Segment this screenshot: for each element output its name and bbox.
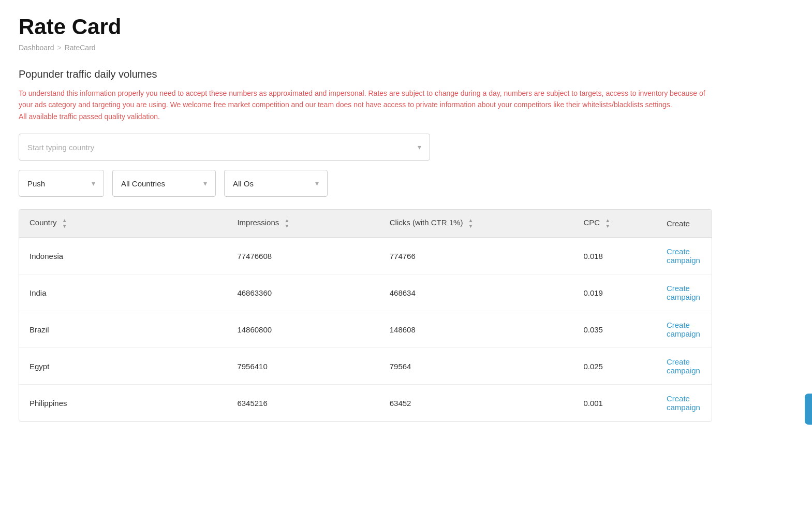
cell-clicks: 468634: [379, 274, 573, 311]
rate-card-table-wrapper: Country ▲▼ Impressions ▲▼ Clicks (with C…: [19, 209, 712, 422]
create-campaign-link[interactable]: Create campaign: [667, 247, 700, 265]
filter-countries-label: All Countries: [121, 179, 165, 188]
breadcrumb-home[interactable]: Dashboard: [19, 43, 54, 52]
table-row: Brazil 14860800 148608 0.035 Create camp…: [19, 311, 712, 348]
create-campaign-link[interactable]: Create campaign: [667, 321, 700, 338]
cell-impressions: 46863360: [227, 274, 379, 311]
cell-cpc: 0.001: [573, 385, 656, 422]
col-header-create: Create: [656, 210, 712, 238]
cell-cpc: 0.035: [573, 311, 656, 348]
col-header-impressions[interactable]: Impressions ▲▼: [227, 210, 379, 238]
create-campaign-link[interactable]: Create campaign: [667, 394, 700, 412]
cell-cpc: 0.025: [573, 348, 656, 385]
country-search-wrapper: Start typing country ▾: [19, 134, 430, 161]
country-search-dropdown[interactable]: Start typing country ▾: [19, 134, 430, 161]
cell-create: Create campaign: [656, 348, 712, 385]
section-title: Popunder traffic daily volumes: [19, 68, 793, 80]
disclaimer-text: To understand this information properly …: [19, 88, 712, 122]
col-header-clicks[interactable]: Clicks (with CTR 1%) ▲▼: [379, 210, 573, 238]
cell-create: Create campaign: [656, 274, 712, 311]
page-title: Rate Card: [19, 14, 793, 39]
filters-row: Push ▾ All Countries ▾ All Os ▾: [19, 170, 793, 197]
cell-clicks: 774766: [379, 238, 573, 274]
create-campaign-link[interactable]: Create campaign: [667, 357, 700, 375]
cell-country: Philippines: [19, 385, 227, 422]
cell-impressions: 6345216: [227, 385, 379, 422]
filter-os-dropdown[interactable]: All Os ▾: [224, 170, 328, 197]
sort-icon-country: ▲▼: [62, 218, 67, 229]
country-search-placeholder: Start typing country: [27, 143, 94, 152]
table-row: Egypt 7956410 79564 0.025 Create campaig…: [19, 348, 712, 385]
cell-impressions: 14860800: [227, 311, 379, 348]
create-campaign-link[interactable]: Create campaign: [667, 284, 700, 301]
filter-os-arrow: ▾: [315, 179, 319, 187]
country-search-arrow: ▾: [418, 143, 421, 151]
filter-countries-arrow: ▾: [203, 179, 207, 187]
cell-country: India: [19, 274, 227, 311]
breadcrumb-separator: >: [57, 43, 62, 52]
cell-create: Create campaign: [656, 385, 712, 422]
cell-impressions: 77476608: [227, 238, 379, 274]
cell-clicks: 63452: [379, 385, 573, 422]
filter-type-label: Push: [27, 179, 45, 188]
cell-country: Brazil: [19, 311, 227, 348]
cell-create: Create campaign: [656, 238, 712, 274]
table-body: Indonesia 77476608 774766 0.018 Create c…: [19, 238, 712, 422]
table-row: Philippines 6345216 63452 0.001 Create c…: [19, 385, 712, 422]
table-row: Indonesia 77476608 774766 0.018 Create c…: [19, 238, 712, 274]
table-row: India 46863360 468634 0.019 Create campa…: [19, 274, 712, 311]
page-wrapper: Rate Card Dashboard > RateCard Popunder …: [0, 0, 812, 508]
filter-type-dropdown[interactable]: Push ▾: [19, 170, 104, 197]
sort-icon-cpc: ▲▼: [605, 218, 610, 229]
cell-cpc: 0.018: [573, 238, 656, 274]
cell-cpc: 0.019: [573, 274, 656, 311]
cell-country: Indonesia: [19, 238, 227, 274]
cell-clicks: 79564: [379, 348, 573, 385]
rate-card-table: Country ▲▼ Impressions ▲▼ Clicks (with C…: [19, 210, 712, 421]
scrollbar-indicator[interactable]: [805, 394, 812, 425]
sort-icon-impressions: ▲▼: [284, 218, 289, 229]
cell-clicks: 148608: [379, 311, 573, 348]
cell-country: Egypt: [19, 348, 227, 385]
filter-os-label: All Os: [233, 179, 254, 188]
sort-icon-clicks: ▲▼: [468, 218, 474, 229]
cell-impressions: 7956410: [227, 348, 379, 385]
breadcrumb-current: RateCard: [65, 43, 96, 52]
filter-countries-dropdown[interactable]: All Countries ▾: [112, 170, 216, 197]
filter-type-arrow: ▾: [92, 179, 95, 187]
table-header-row: Country ▲▼ Impressions ▲▼ Clicks (with C…: [19, 210, 712, 238]
col-header-country[interactable]: Country ▲▼: [19, 210, 227, 238]
col-header-cpc[interactable]: CPC ▲▼: [573, 210, 656, 238]
cell-create: Create campaign: [656, 311, 712, 348]
breadcrumb: Dashboard > RateCard: [19, 43, 793, 52]
